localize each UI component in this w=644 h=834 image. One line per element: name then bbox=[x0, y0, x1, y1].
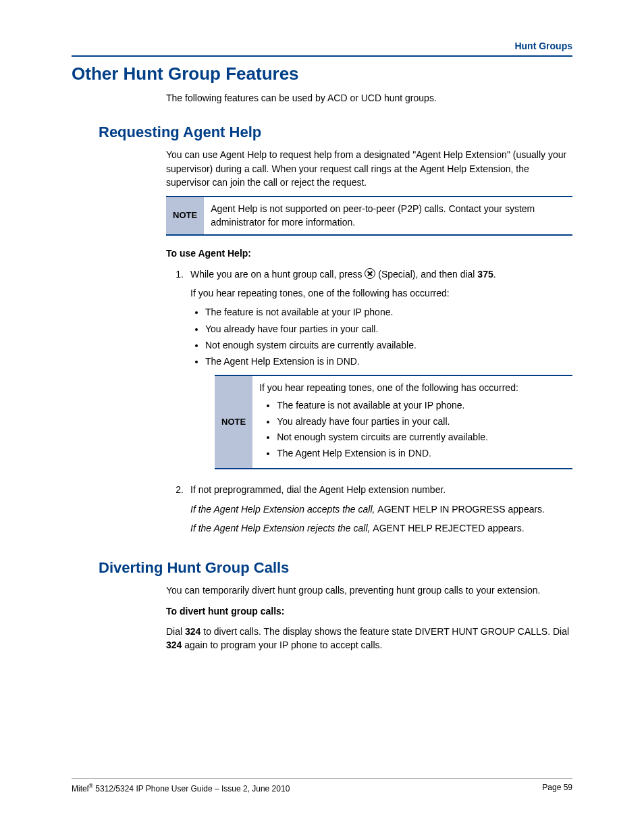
divert-mid: to divert calls. The display shows the f… bbox=[200, 626, 569, 637]
step-2-accept: If the Agent Help Extension accepts the … bbox=[190, 502, 572, 516]
step-2: 2. If not preprogrammed, dial the Agent … bbox=[166, 483, 572, 540]
bullet-item: Not enough system circuits are currently… bbox=[205, 338, 572, 352]
subhead-agent-help: To use Agent Help: bbox=[166, 246, 572, 260]
section1-para1: You can use Agent Help to request help f… bbox=[166, 148, 572, 189]
divert-code1: 324 bbox=[185, 626, 200, 637]
heading-2-diverting: Diverting Hunt Group Calls bbox=[99, 559, 572, 577]
bullet-item: The Agent Help Extension is in DND. bbox=[205, 355, 572, 368]
registered-mark: ® bbox=[88, 783, 93, 789]
step-1-line2: If you hear repeating tones, one of the … bbox=[190, 286, 572, 300]
bullet-item: The feature is not available at your IP … bbox=[205, 305, 572, 319]
header-category: Hunt Groups bbox=[72, 41, 572, 51]
step-2-reject: If the Agent Help Extension rejects the … bbox=[190, 521, 572, 535]
note2-lead: If you hear repeating tones, one of the … bbox=[259, 382, 566, 395]
step-2-accept-rest: AGENT HELP IN PROGRESS appears. bbox=[377, 504, 545, 515]
step-2-body: If not preprogrammed, dial the Agent Hel… bbox=[190, 483, 572, 540]
step-2-number: 2. bbox=[166, 483, 190, 540]
heading-1: Other Hunt Group Features bbox=[72, 63, 572, 84]
intro-paragraph: The following features can be used by AC… bbox=[166, 91, 572, 105]
step-1-bullets: The feature is not available at your IP … bbox=[190, 305, 572, 368]
section2-para1: You can temporarily divert hunt group ca… bbox=[166, 583, 572, 597]
subhead-divert: To divert hunt group calls: bbox=[166, 604, 572, 618]
footer-brand: Mitel bbox=[72, 784, 88, 793]
header-rule bbox=[72, 55, 572, 57]
bullet-item: The Agent Help Extension is in DND. bbox=[277, 447, 566, 461]
step-2-accept-italic: If the Agent Help Extension accepts the … bbox=[190, 504, 377, 515]
bullet-item: You already have four parties in your ca… bbox=[205, 322, 572, 336]
step-1-code: 375 bbox=[477, 269, 493, 280]
note-box-2: NOTE If you hear repeating tones, one of… bbox=[215, 375, 572, 469]
divert-code2: 324 bbox=[166, 640, 182, 650]
step-1-body: While you are on a hunt group call, pres… bbox=[190, 267, 572, 481]
divert-pre: Dial bbox=[166, 626, 185, 637]
note-label: NOTE bbox=[215, 376, 252, 468]
step-1-number: 1. bbox=[166, 267, 190, 481]
step-2-reject-rest: AGENT HELP REJECTED appears. bbox=[373, 523, 524, 533]
step-1-aftercode: . bbox=[493, 269, 496, 280]
step-1: 1. While you are on a hunt group call, p… bbox=[166, 267, 572, 481]
step-2-reject-italic: If the Agent Help Extension rejects the … bbox=[190, 523, 373, 533]
footer-left: Mitel® 5312/5324 IP Phone User Guide – I… bbox=[72, 783, 290, 793]
note-text-2: If you hear repeating tones, one of the … bbox=[252, 376, 572, 468]
steps-list: 1. While you are on a hunt group call, p… bbox=[166, 267, 572, 541]
section2-instruction: Dial 324 to divert calls. The display sh… bbox=[166, 625, 572, 652]
intro-text: The following features can be used by AC… bbox=[166, 91, 572, 105]
section1-body: You can use Agent Help to request help f… bbox=[166, 148, 572, 260]
step-2-line1: If not preprogrammed, dial the Agent Hel… bbox=[190, 483, 572, 496]
step-1-posticon: (Special), and then dial bbox=[375, 269, 477, 280]
section2-body: You can temporarily divert hunt group ca… bbox=[166, 583, 572, 652]
note-text: Agent Help is not supported on peer-to-p… bbox=[204, 197, 572, 234]
bullet-item: You already have four parties in your ca… bbox=[277, 415, 566, 429]
step-1-pre: While you are on a hunt group call, pres… bbox=[190, 269, 365, 280]
footer-page-number: Page 59 bbox=[542, 783, 572, 793]
footer-doc-title: 5312/5324 IP Phone User Guide – Issue 2,… bbox=[93, 784, 290, 793]
bullet-item: The feature is not available at your IP … bbox=[277, 399, 566, 413]
divert-post: again to program your IP phone to accept… bbox=[182, 640, 382, 650]
document-page: Hunt Groups Other Hunt Group Features Th… bbox=[0, 0, 644, 834]
step-1-line1: While you are on a hunt group call, pres… bbox=[190, 267, 572, 281]
heading-2-requesting: Requesting Agent Help bbox=[99, 124, 572, 141]
note-label: NOTE bbox=[166, 197, 204, 234]
page-footer: Mitel® 5312/5324 IP Phone User Guide – I… bbox=[72, 778, 572, 793]
note-box-1: NOTE Agent Help is not supported on peer… bbox=[166, 196, 572, 236]
note2-bullets: The feature is not available at your IP … bbox=[259, 399, 566, 460]
bullet-item: Not enough system circuits are currently… bbox=[277, 431, 566, 444]
special-key-icon bbox=[365, 268, 375, 279]
